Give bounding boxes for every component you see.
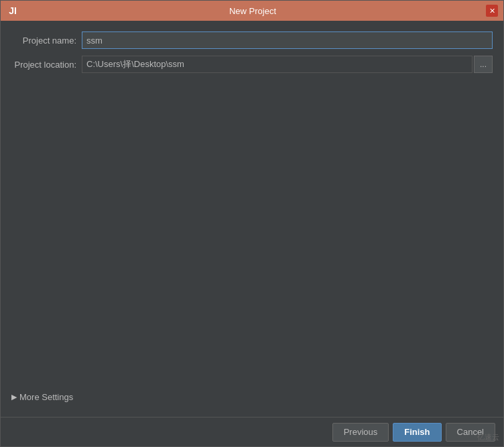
project-location-label: Project location: <box>11 60 82 70</box>
more-settings-arrow-icon: ▶ <box>11 393 17 401</box>
title-bar: JI New Project ✕ <box>1 1 503 21</box>
previous-button[interactable]: Previous <box>332 423 389 442</box>
cancel-button[interactable]: Cancel <box>446 423 495 442</box>
dialog-footer: Previous Finish Cancel <box>1 417 503 446</box>
project-name-label: Project name: <box>11 36 82 46</box>
dialog-title: New Project <box>19 6 486 16</box>
dialog-content: Project name: Project location: ... ▶ Mo… <box>1 21 503 417</box>
dialog-window: JI New Project ✕ Project name: Project l… <box>0 0 504 447</box>
project-location-row: Project location: ... <box>11 56 493 73</box>
close-button[interactable]: ✕ <box>486 5 498 17</box>
more-settings-label: More Settings <box>19 392 73 402</box>
app-logo: JI <box>6 4 19 17</box>
browse-button[interactable]: ... <box>474 56 493 73</box>
content-spacer <box>11 80 493 388</box>
finish-button[interactable]: Finish <box>393 423 441 442</box>
more-settings-toggle[interactable]: ▶ More Settings <box>11 388 493 406</box>
project-name-input[interactable] <box>82 31 493 49</box>
project-name-row: Project name: <box>11 31 493 49</box>
project-location-input[interactable] <box>82 56 472 73</box>
